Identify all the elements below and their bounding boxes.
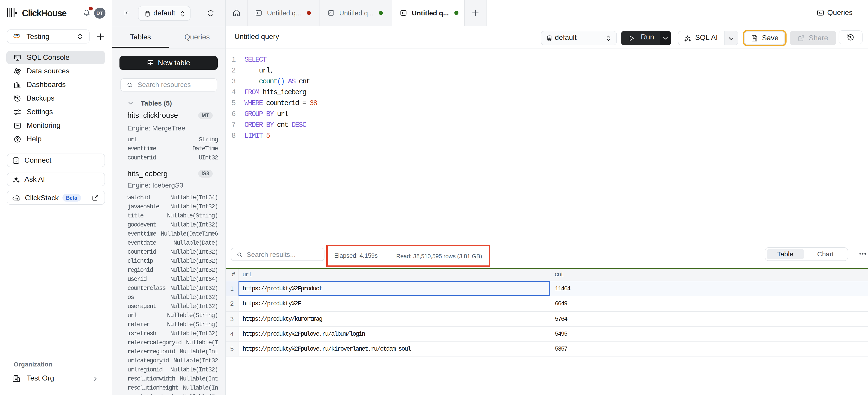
svg-text:aws: aws xyxy=(13,33,20,36)
